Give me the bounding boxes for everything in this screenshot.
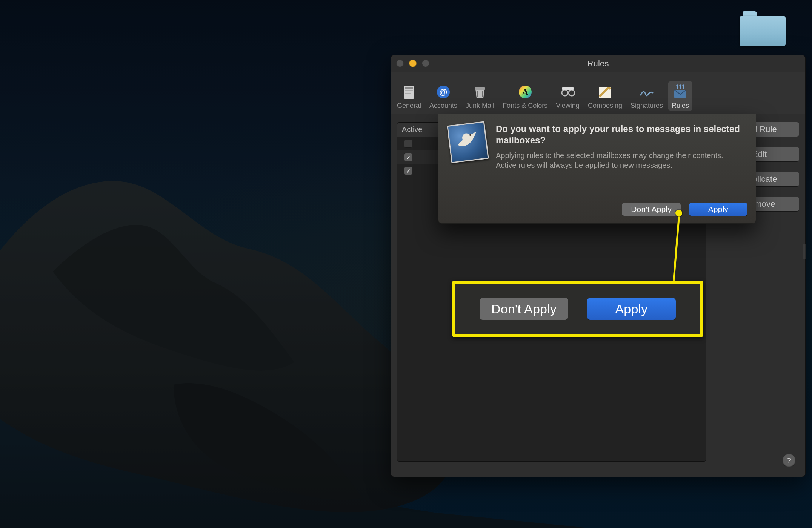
- tab-accounts-label: Accounts: [429, 102, 457, 110]
- tab-accounts[interactable]: @ Accounts: [426, 81, 460, 111]
- sheet-title: Do you want to apply your rules to messa…: [496, 123, 745, 146]
- annotation-anchor-dot: [675, 210, 682, 216]
- preferences-toolbar: General @ Accounts Junk Mail: [391, 72, 805, 114]
- apply-button[interactable]: Apply: [689, 203, 747, 216]
- tab-fonts-colors[interactable]: A Fonts & Colors: [500, 81, 551, 111]
- close-window-button[interactable]: [396, 60, 404, 67]
- dont-apply-button[interactable]: Don't Apply: [622, 203, 681, 216]
- junk-mail-icon: [471, 84, 489, 100]
- general-icon: [400, 84, 418, 100]
- traffic-lights: [396, 60, 429, 67]
- svg-point-11: [569, 90, 575, 96]
- tab-composing[interactable]: Composing: [585, 81, 625, 111]
- tab-junk-mail[interactable]: Junk Mail: [463, 81, 497, 111]
- svg-rect-1: [405, 87, 413, 89]
- fonts-colors-icon: A: [516, 84, 534, 100]
- zoom-window-button[interactable]: [422, 60, 429, 67]
- signatures-icon: [638, 84, 656, 100]
- tab-signatures-label: Signatures: [631, 102, 663, 110]
- mail-app-icon: [449, 123, 487, 161]
- help-button[interactable]: ?: [783, 454, 795, 467]
- apply-rules-sheet: Do you want to apply your rules to messa…: [438, 114, 756, 224]
- rules-table-header-active: Active: [402, 125, 422, 134]
- tab-fonts-colors-label: Fonts & Colors: [503, 102, 547, 110]
- tab-composing-label: Composing: [588, 102, 622, 110]
- viewing-icon: [559, 84, 577, 100]
- tab-junk-mail-label: Junk Mail: [466, 102, 494, 110]
- tab-rules[interactable]: Rules: [668, 81, 692, 111]
- svg-rect-12: [562, 87, 574, 90]
- svg-rect-2: [405, 90, 413, 91]
- desktop-folder-icon[interactable]: [740, 11, 786, 46]
- annotation-callout: Don't Apply Apply: [452, 281, 703, 337]
- tab-general-label: General: [397, 102, 421, 110]
- window-resize-hint: [803, 244, 806, 259]
- rule-active-checkbox[interactable]: [404, 167, 412, 175]
- annotation-apply-button: Apply: [587, 298, 676, 320]
- svg-text:@: @: [439, 87, 447, 97]
- sheet-body: Applying rules to the selected mailboxes…: [496, 150, 745, 170]
- rule-active-checkbox[interactable]: [404, 140, 412, 148]
- accounts-icon: @: [434, 84, 452, 100]
- tab-viewing-label: Viewing: [556, 102, 580, 110]
- tab-signatures[interactable]: Signatures: [627, 81, 666, 111]
- tab-viewing[interactable]: Viewing: [553, 81, 583, 111]
- rule-active-checkbox[interactable]: [404, 153, 412, 161]
- window-title: Rules: [391, 59, 805, 69]
- composing-icon: [596, 84, 614, 100]
- svg-rect-7: [475, 87, 485, 90]
- window-titlebar[interactable]: Rules: [391, 55, 805, 72]
- annotation-dont-apply-button: Don't Apply: [480, 298, 568, 320]
- svg-rect-3: [405, 92, 413, 92]
- mail-preferences-window: Rules General @ Accounts Junk Mail: [391, 55, 806, 477]
- svg-point-10: [562, 90, 568, 96]
- rules-icon: [671, 84, 689, 100]
- svg-rect-4: [405, 93, 411, 94]
- tab-general[interactable]: General: [394, 81, 424, 111]
- svg-text:A: A: [522, 87, 529, 97]
- tab-rules-label: Rules: [672, 102, 689, 110]
- minimize-window-button[interactable]: [409, 60, 417, 67]
